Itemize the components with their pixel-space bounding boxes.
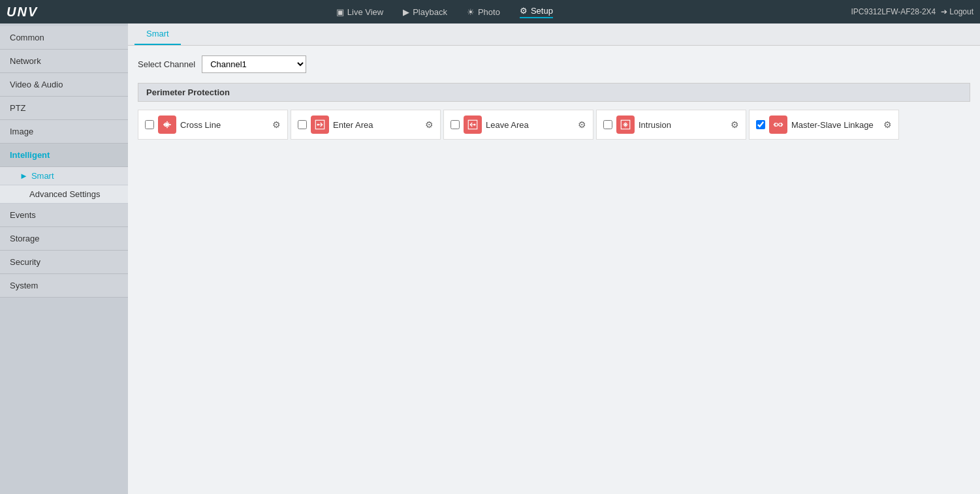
intrusion-icon [620, 119, 631, 131]
sidebar-item-events[interactable]: Events [0, 204, 128, 227]
intrusion-checkbox[interactable] [603, 120, 612, 129]
content: Smart Select Channel Channel1 Channel2 P… [128, 23, 980, 494]
sidebar-sub-item-smart[interactable]: ► Smart [0, 167, 128, 185]
sidebar-item-video-audio[interactable]: Video & Audio [0, 73, 128, 97]
enter-area-icon-box [311, 116, 329, 134]
header-nav: ▣ Live View ▶ Playback ☀ Photo ⚙ Setup [336, 6, 553, 18]
header-right: IPC9312LFW-AF28-2X4 ➔ Logout [851, 7, 973, 16]
master-slave-icon [772, 119, 784, 131]
enter-area-gear-icon[interactable]: ⚙ [425, 119, 434, 130]
monitor-icon: ▣ [336, 7, 344, 17]
sidebar-item-ptz[interactable]: PTZ [0, 97, 128, 120]
film-icon: ▶ [403, 7, 409, 17]
enter-area-icon [314, 119, 326, 131]
sidebar-item-image[interactable]: Image [0, 120, 128, 144]
cross-line-label: Cross Line [180, 120, 268, 130]
nav-live-view[interactable]: ▣ Live View [336, 7, 383, 17]
svg-point-7 [775, 123, 778, 127]
cross-line-gear-icon[interactable]: ⚙ [272, 119, 281, 130]
enter-area-label: Enter Area [333, 120, 421, 130]
channel-select[interactable]: Channel1 Channel2 [202, 55, 306, 73]
perimeter-protection-header: Perimeter Protection [138, 83, 970, 102]
logout-button[interactable]: ➔ Logout [941, 7, 973, 16]
sidebar: Common Network Video & Audio PTZ Image I… [0, 23, 128, 494]
sidebar-sub-item-advanced-settings[interactable]: Advanced Settings [0, 185, 128, 204]
main-layout: Common Network Video & Audio PTZ Image I… [0, 23, 980, 494]
protection-item-enter-area: Enter Area ⚙ [291, 110, 441, 140]
tab-bar: Smart [128, 23, 980, 46]
leave-area-gear-icon[interactable]: ⚙ [578, 119, 586, 130]
leave-area-checkbox[interactable] [450, 120, 460, 129]
nav-photo[interactable]: ☀ Photo [467, 7, 500, 17]
sidebar-item-storage[interactable]: Storage [0, 227, 128, 251]
header: UNV ▣ Live View ▶ Playback ☀ Photo ⚙ Set… [0, 0, 980, 23]
arrow-right-icon: ► [20, 171, 28, 181]
master-slave-label: Master-Slave Linkage [791, 120, 879, 130]
tab-smart[interactable]: Smart [134, 23, 181, 45]
master-slave-icon-box [769, 116, 787, 134]
svg-point-3 [317, 124, 319, 126]
protection-row: Cross Line ⚙ Enter Area ⚙ [138, 110, 970, 140]
device-name: IPC9312LFW-AF28-2X4 [851, 7, 936, 16]
sidebar-item-intelligent[interactable]: Intelligent [0, 144, 128, 167]
select-channel-row: Select Channel Channel1 Channel2 [138, 55, 970, 73]
leave-area-icon [467, 119, 479, 131]
cross-line-icon-box [158, 116, 176, 134]
protection-item-master-slave: Master-Slave Linkage ⚙ [749, 110, 899, 140]
logo: UNV [7, 5, 38, 20]
master-slave-checkbox[interactable] [756, 120, 765, 129]
svg-point-8 [779, 123, 782, 127]
intrusion-label: Intrusion [639, 120, 727, 130]
leave-area-label: Leave Area [486, 120, 574, 130]
protection-item-cross-line: Cross Line ⚙ [138, 110, 288, 140]
svg-point-5 [474, 124, 476, 126]
intrusion-icon-box [616, 116, 635, 134]
enter-area-checkbox[interactable] [298, 120, 307, 129]
sidebar-item-security[interactable]: Security [0, 251, 128, 274]
sidebar-item-system[interactable]: System [0, 274, 128, 298]
nav-setup[interactable]: ⚙ Setup [520, 6, 553, 18]
sidebar-item-network[interactable]: Network [0, 50, 128, 73]
protection-item-intrusion: Intrusion ⚙ [596, 110, 746, 140]
master-slave-gear-icon[interactable]: ⚙ [883, 119, 892, 130]
sidebar-item-common[interactable]: Common [0, 26, 128, 50]
leave-area-icon-box [464, 116, 482, 134]
content-body: Select Channel Channel1 Channel2 Perimet… [128, 46, 980, 149]
protection-item-leave-area: Leave Area ⚙ [443, 110, 593, 140]
cross-line-checkbox[interactable] [145, 120, 154, 129]
nav-playback[interactable]: ▶ Playback [403, 7, 447, 17]
intrusion-gear-icon[interactable]: ⚙ [731, 119, 739, 130]
cross-line-icon [161, 119, 173, 131]
gear-nav-icon: ⚙ [520, 6, 528, 16]
select-channel-label: Select Channel [138, 59, 195, 69]
logout-icon: ➔ [941, 7, 947, 16]
photo-icon: ☀ [467, 7, 475, 17]
